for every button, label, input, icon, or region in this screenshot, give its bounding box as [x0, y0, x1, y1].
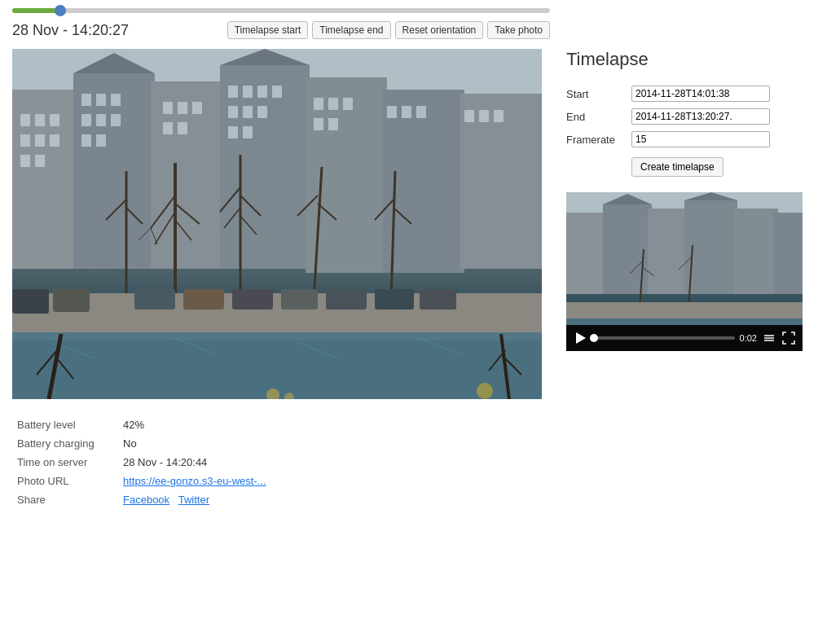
svg-rect-21	[111, 94, 121, 106]
svg-rect-104	[733, 209, 778, 294]
share-label: Share	[12, 490, 118, 509]
svg-rect-20	[96, 94, 106, 106]
info-table: Battery level 42% Battery charging No Ti…	[12, 415, 550, 509]
svg-rect-43	[343, 98, 353, 110]
svg-rect-41	[314, 98, 323, 110]
video-thumbnail	[566, 192, 803, 325]
slider-fill	[12, 8, 60, 13]
main-layout: Battery level 42% Battery charging No Ti…	[12, 49, 828, 509]
battery-charging-value: No	[118, 434, 550, 453]
svg-rect-75	[183, 289, 224, 310]
svg-rect-28	[178, 102, 187, 114]
svg-rect-76	[232, 289, 273, 310]
settings-icon	[763, 332, 776, 345]
timelapse-end-button[interactable]: Timelapse end	[312, 21, 390, 39]
tl-framerate-input[interactable]	[631, 131, 770, 147]
svg-rect-40	[243, 126, 253, 138]
video-controls: 0:02	[566, 325, 803, 351]
header-row: 28 Nov - 14:20:27 Timelapse start Timela…	[12, 21, 550, 39]
slider-container	[12, 8, 550, 13]
svg-rect-84	[12, 332, 542, 340]
svg-rect-13	[50, 114, 59, 126]
tl-end-input[interactable]	[631, 108, 770, 125]
svg-rect-78	[326, 289, 367, 310]
play-icon	[576, 332, 586, 344]
svg-rect-79	[375, 289, 414, 310]
battery-charging-row: Battery charging No	[12, 434, 550, 453]
video-player: 0:02	[566, 192, 803, 351]
svg-rect-26	[96, 134, 106, 147]
svg-rect-12	[35, 114, 45, 126]
svg-rect-80	[420, 289, 456, 310]
tl-start-label: Start	[566, 82, 631, 105]
timelapse-start-button[interactable]: Timelapse start	[227, 21, 309, 39]
video-fullscreen-button[interactable]	[781, 331, 796, 345]
svg-rect-18	[35, 155, 45, 167]
svg-point-98	[477, 383, 493, 399]
svg-rect-113	[566, 302, 803, 318]
svg-rect-32	[228, 86, 238, 98]
svg-rect-39	[228, 126, 238, 138]
svg-rect-105	[774, 213, 803, 294]
svg-rect-35	[272, 86, 282, 98]
tl-start-input[interactable]	[631, 86, 770, 102]
svg-rect-15	[35, 134, 45, 147]
svg-rect-29	[192, 102, 202, 114]
battery-level-row: Battery level 42%	[12, 415, 550, 434]
camera-image	[12, 49, 542, 399]
svg-rect-44	[314, 118, 323, 130]
tl-end-row: End	[566, 105, 775, 128]
svg-rect-33	[243, 86, 253, 98]
play-button[interactable]	[573, 330, 589, 346]
take-photo-button[interactable]: Take photo	[487, 21, 550, 39]
svg-rect-19	[81, 94, 91, 106]
svg-rect-25	[81, 134, 91, 147]
photo-url-link[interactable]: https://ee-gonzo.s3-eu-west-...	[123, 475, 266, 487]
battery-charging-label: Battery charging	[12, 434, 118, 453]
time-on-server-row: Time on server 28 Nov - 14:20:44	[12, 453, 550, 472]
fullscreen-icon	[782, 332, 795, 345]
svg-rect-31	[178, 122, 187, 134]
svg-rect-48	[416, 106, 426, 118]
svg-rect-49	[464, 110, 474, 122]
slider-thumb[interactable]	[55, 5, 66, 16]
svg-rect-45	[328, 118, 338, 130]
share-row: Share Facebook Twitter	[12, 490, 550, 509]
svg-rect-47	[402, 106, 411, 118]
timelapse-form: Start End Framerate	[566, 82, 811, 180]
battery-level-label: Battery level	[12, 415, 118, 434]
svg-rect-34	[257, 86, 267, 98]
video-time: 0:02	[740, 333, 757, 343]
photo-url-row: Photo URL https://ee-gonzo.s3-eu-west-..…	[12, 472, 550, 490]
twitter-link[interactable]: Twitter	[178, 494, 209, 506]
slider-track[interactable]	[12, 8, 550, 13]
reset-orientation-button[interactable]: Reset orientation	[395, 21, 484, 39]
svg-rect-22	[81, 114, 91, 126]
svg-rect-83	[12, 332, 542, 399]
right-panel: Timelapse Start End Framerate	[566, 49, 811, 509]
video-progress-bar[interactable]	[594, 336, 735, 340]
video-progress-thumb	[590, 334, 598, 342]
svg-rect-51	[494, 110, 504, 122]
tl-framerate-row: Framerate	[566, 128, 775, 151]
svg-rect-42	[328, 98, 338, 110]
video-thumbnail-svg	[566, 192, 803, 325]
button-group: Timelapse start Timelapse end Reset orie…	[227, 21, 550, 39]
create-timelapse-button[interactable]: Create timelapse	[631, 157, 723, 177]
tl-create-row: Create timelapse	[566, 151, 775, 180]
svg-rect-24	[111, 114, 121, 126]
svg-rect-27	[163, 102, 173, 114]
video-settings-button[interactable]	[762, 331, 776, 345]
svg-rect-36	[228, 106, 238, 118]
facebook-link[interactable]: Facebook	[123, 494, 169, 506]
tl-framerate-label: Framerate	[566, 128, 631, 151]
svg-rect-50	[479, 110, 489, 122]
time-on-server-value: 28 Nov - 14:20:44	[118, 453, 550, 472]
svg-rect-46	[387, 106, 397, 118]
photo-url-label: Photo URL	[12, 472, 118, 490]
svg-rect-14	[20, 134, 30, 147]
tl-start-row: Start	[566, 82, 775, 105]
svg-rect-16	[50, 134, 59, 147]
battery-level-value: 42%	[118, 415, 550, 434]
tl-end-label: End	[566, 105, 631, 128]
